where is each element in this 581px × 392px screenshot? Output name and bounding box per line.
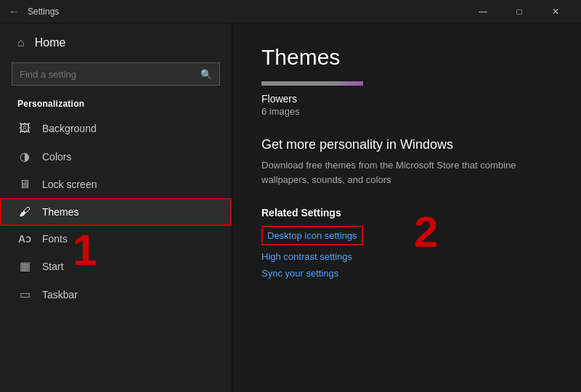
titlebar: ← Settings — □ ✕ [0,0,581,23]
theme-count: 6 images [261,106,552,117]
related-settings-title: Related Settings [261,207,552,219]
main-layout: ⌂ Home 🔍 Personalization 🖼 Background ◑ … [0,23,581,392]
sidebar-item-themes[interactable]: 🖌 Themes [0,198,232,226]
theme-name: Flowers [261,93,552,105]
fonts-icon: Aↄ [17,233,32,245]
themes-wrapper: 🖌 Themes [0,198,232,226]
colors-icon: ◑ [17,150,32,163]
sidebar-item-colors-label: Colors [42,151,71,163]
desktop-icon-link-wrapper: Desktop icon settings [261,226,363,251]
sidebar-home-label: Home [35,36,66,49]
start-icon: ▦ [17,259,32,273]
sidebar-item-fonts[interactable]: Aↄ Fonts [0,226,232,252]
sidebar-item-start-label: Start [42,261,64,272]
sync-your-settings-link[interactable]: Sync your settings [261,268,552,279]
sidebar: ⌂ Home 🔍 Personalization 🖼 Background ◑ … [0,23,232,392]
background-icon: 🖼 [17,122,32,135]
home-icon: ⌂ [17,36,25,49]
desktop-icon-settings-link[interactable]: Desktop icon settings [261,226,363,245]
sidebar-item-taskbar-label: Taskbar [42,289,78,301]
sidebar-home-button[interactable]: ⌂ Home [0,29,232,57]
maximize-button[interactable]: □ [503,0,536,23]
high-contrast-settings-link[interactable]: High contrast settings [261,251,552,262]
theme-preview-bar [261,81,363,86]
titlebar-title: Settings [28,7,466,17]
personality-heading: Get more personality in Windows [261,137,552,152]
sidebar-item-colors[interactable]: ◑ Colors [0,142,232,171]
search-box[interactable]: 🔍 [12,62,220,86]
search-input[interactable] [20,69,200,80]
minimize-button[interactable]: — [466,0,500,23]
content-area: Themes Flowers 6 images Get more persona… [232,23,581,392]
window-controls: — □ ✕ [466,0,572,23]
search-icon: 🔍 [200,69,212,80]
sidebar-item-lock-label: Lock screen [42,179,97,190]
close-button[interactable]: ✕ [539,0,572,23]
sidebar-item-lock-screen[interactable]: 🖥 Lock screen [0,171,232,198]
back-button[interactable]: ← [9,6,19,17]
page-title: Themes [261,45,552,70]
sidebar-item-background[interactable]: 🖼 Background [0,115,232,142]
sidebar-item-themes-label: Themes [42,206,79,218]
sidebar-item-taskbar[interactable]: ▭ Taskbar [0,280,232,309]
sidebar-section-title: Personalization [0,94,232,115]
sidebar-item-background-label: Background [42,123,97,134]
lock-screen-icon: 🖥 [17,178,32,191]
themes-icon: 🖌 [17,205,32,219]
sidebar-item-start[interactable]: ▦ Start [0,252,232,280]
taskbar-icon: ▭ [17,287,32,301]
sidebar-item-fonts-label: Fonts [42,233,68,245]
personality-desc: Download free themes from the Microsoft … [261,158,537,187]
